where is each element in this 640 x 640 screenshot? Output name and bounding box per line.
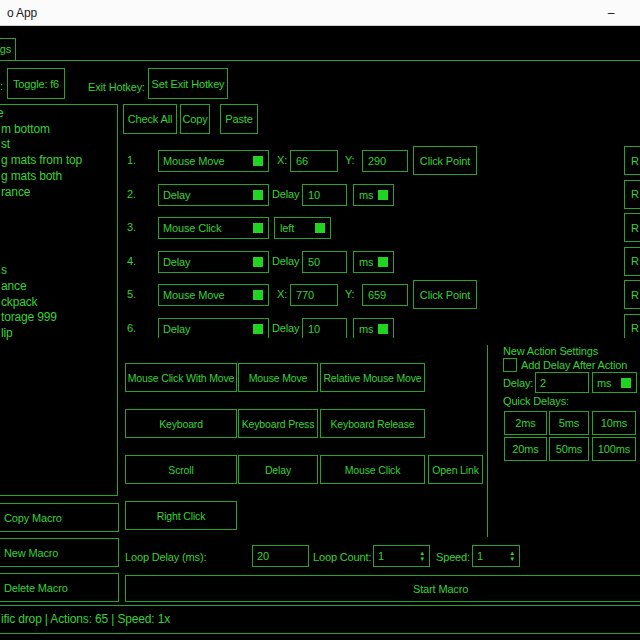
delay-unit-dropdown[interactable]: ms	[353, 318, 394, 338]
tab-settings[interactable]: gs	[0, 38, 16, 61]
dropdown-square-icon	[253, 156, 263, 166]
x-input[interactable]: 770	[290, 284, 338, 306]
delay-input[interactable]: 50	[302, 251, 347, 273]
remove-button[interactable]: R	[624, 213, 640, 242]
x-label: X:	[277, 288, 287, 300]
tab-strip-divider	[0, 60, 640, 61]
quick-delay-button[interactable]: 20ms	[504, 437, 547, 461]
toggle-hotkey-label-fragment: :	[0, 80, 3, 92]
dropdown-square-icon	[253, 223, 263, 233]
add-action-button[interactable]: Right Click	[125, 501, 237, 530]
click-point-button[interactable]: Click Point	[413, 146, 477, 175]
new-macro-button[interactable]: New Macro	[0, 538, 119, 567]
quick-delay-button[interactable]: 10ms	[592, 411, 636, 435]
dropdown-square-icon	[253, 324, 263, 334]
action-type-dropdown[interactable]: Delay	[158, 184, 269, 206]
delay-label: Delay	[272, 255, 299, 267]
y-input[interactable]: 290	[362, 150, 408, 172]
delay-label: Delay	[272, 322, 299, 334]
mouse-button-dropdown[interactable]: left	[274, 217, 331, 239]
new-delay-label: Delay:	[503, 377, 533, 389]
new-delay-unit-dropdown[interactable]: ms	[592, 372, 637, 393]
add-action-button[interactable]: Delay	[238, 455, 318, 484]
status-bar: ific drop | Actions: 65 | Speed: 1x	[0, 605, 640, 634]
add-action-button[interactable]: Mouse Move	[238, 363, 318, 392]
spinner-arrows-icon[interactable]: ▲▼	[419, 548, 425, 564]
action-row-number: 3.	[127, 221, 136, 233]
quick-delay-button[interactable]: 50ms	[549, 437, 589, 461]
start-macro-button[interactable]: Start Macro	[125, 575, 640, 602]
macro-list-item[interactable]: e	[0, 106, 117, 122]
action-row-number: 5.	[127, 288, 136, 300]
dropdown-square-icon	[378, 324, 388, 334]
dropdown-square-icon	[378, 257, 388, 267]
window-title: o App	[7, 6, 37, 20]
macro-list-item[interactable]: m bottom	[0, 122, 117, 138]
tab-label: gs	[0, 43, 11, 55]
add-action-button[interactable]: Relative Mouse Move	[320, 363, 425, 392]
copy-button[interactable]: Copy	[180, 104, 210, 134]
remove-button[interactable]: R	[624, 146, 640, 175]
delay-label: Delay	[272, 188, 299, 200]
remove-button[interactable]: R	[624, 280, 640, 309]
action-row-number: 1.	[127, 154, 136, 166]
add-action-button[interactable]: Scroll	[125, 455, 237, 484]
action-type-dropdown[interactable]: Delay	[158, 318, 269, 338]
action-type-dropdown[interactable]: Mouse Move	[158, 284, 269, 306]
loop-delay-input[interactable]: 20	[252, 545, 309, 567]
y-label: Y:	[345, 154, 355, 166]
add-action-button[interactable]: Mouse Click With Move	[125, 363, 237, 392]
delay-input[interactable]: 10	[302, 318, 347, 338]
exit-hotkey-label: Exit Hotkey:	[88, 81, 145, 93]
minimize-button[interactable]: –	[596, 0, 626, 26]
action-row-number: 2.	[127, 188, 136, 200]
loop-count-spinner[interactable]: 1 ▲▼	[373, 545, 430, 567]
x-label: X:	[277, 154, 287, 166]
titlebar: o App –	[0, 0, 640, 26]
dropdown-square-icon	[378, 190, 388, 200]
add-action-button[interactable]: Keyboard	[125, 409, 237, 438]
copy-macro-button[interactable]: Copy Macro	[0, 503, 119, 532]
settings-divider	[487, 345, 488, 537]
new-action-settings-title: New Action Settings	[503, 345, 598, 357]
y-input[interactable]: 659	[362, 284, 408, 306]
action-type-dropdown[interactable]: Delay	[158, 251, 269, 273]
quick-delay-button[interactable]: 100ms	[592, 437, 636, 461]
quick-delays-label: Quick Delays:	[503, 395, 569, 407]
add-action-button[interactable]: Open Link	[428, 455, 483, 484]
add-action-button[interactable]: Mouse Click	[320, 455, 425, 484]
delay-input[interactable]: 10	[302, 184, 347, 206]
paste-button[interactable]: Paste	[220, 104, 258, 134]
action-type-dropdown[interactable]: Mouse Move	[158, 150, 269, 172]
remove-button[interactable]: R	[624, 314, 640, 338]
dropdown-square-icon	[253, 190, 263, 200]
check-all-button[interactable]: Check All	[123, 104, 177, 134]
dropdown-square-icon	[315, 223, 325, 233]
quick-delay-button[interactable]: 2ms	[504, 411, 547, 435]
x-input[interactable]: 66	[290, 150, 338, 172]
add-action-button[interactable]: Keyboard Press	[238, 409, 318, 438]
remove-button[interactable]: R	[624, 180, 640, 209]
speed-label: Speed:	[436, 551, 470, 563]
action-type-dropdown[interactable]: Mouse Click	[158, 217, 269, 239]
add-delay-checkbox[interactable]	[503, 358, 517, 372]
add-action-button[interactable]: Keyboard Release	[320, 409, 425, 438]
y-label: Y:	[345, 288, 355, 300]
new-delay-input[interactable]: 2	[535, 372, 589, 393]
action-rows-area: 1.Mouse MoveX:66Y:290Click PointR2.Delay…	[0, 140, 640, 338]
quick-delay-button[interactable]: 5ms	[549, 411, 589, 435]
toggle-hotkey-button[interactable]: Toggle: f6	[7, 68, 65, 99]
dropdown-square-icon	[621, 378, 631, 388]
dropdown-square-icon	[253, 257, 263, 267]
remove-button[interactable]: R	[624, 247, 640, 276]
set-exit-hotkey-button[interactable]: Set Exit Hotkey	[148, 68, 228, 99]
delay-unit-dropdown[interactable]: ms	[353, 251, 394, 273]
status-text: ific drop | Actions: 65 | Speed: 1x	[1, 612, 170, 626]
loop-delay-label: Loop Delay (ms):	[125, 551, 206, 563]
speed-spinner[interactable]: 1 ▲▼	[472, 545, 520, 567]
action-row-number: 6.	[127, 322, 136, 334]
click-point-button[interactable]: Click Point	[413, 280, 477, 309]
delay-unit-dropdown[interactable]: ms	[353, 184, 394, 206]
delete-macro-button[interactable]: Delete Macro	[0, 573, 119, 602]
spinner-arrows-icon[interactable]: ▲▼	[509, 548, 515, 564]
